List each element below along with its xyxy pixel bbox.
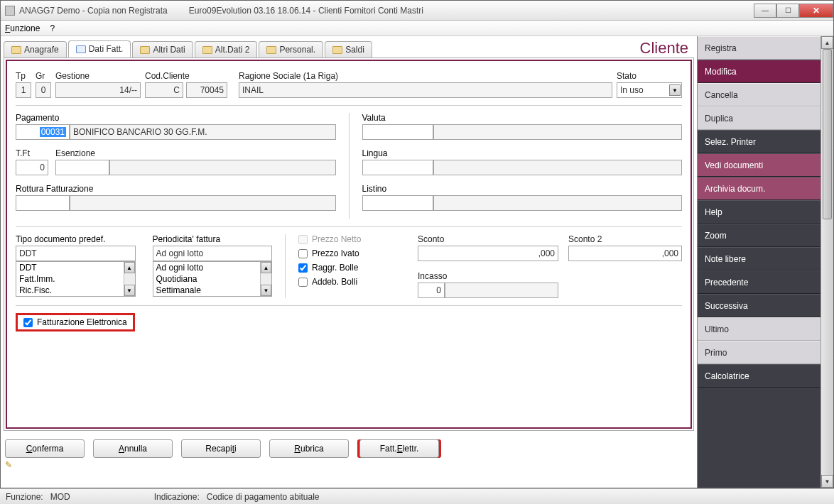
- side-selez-printer[interactable]: Selez. Printer: [698, 130, 833, 153]
- periodicita-selected[interactable]: [153, 246, 273, 261]
- lingua-desc-input[interactable]: [433, 160, 683, 175]
- annulla-button[interactable]: Annulla: [93, 439, 173, 458]
- rottura-desc-input[interactable]: [70, 195, 336, 211]
- gestione-input[interactable]: [55, 82, 141, 98]
- rubrica-button[interactable]: Rubrica: [269, 439, 349, 458]
- chevron-up-icon[interactable]: ▲: [261, 262, 271, 273]
- cod-prefix-input[interactable]: [145, 82, 183, 98]
- folder-icon: [11, 46, 21, 54]
- side-vedi-documenti[interactable]: Vedi documenti: [698, 153, 833, 177]
- list-item[interactable]: DDT: [16, 262, 124, 273]
- chevron-down-icon[interactable]: ▼: [261, 285, 271, 296]
- chevron-up-icon[interactable]: ▲: [124, 262, 135, 273]
- side-precedente[interactable]: Precedente: [698, 270, 833, 294]
- tab-alt-dati-2[interactable]: Alt.Dati 2: [195, 41, 258, 57]
- esenzione-code-input[interactable]: [55, 160, 109, 175]
- gr-input[interactable]: [36, 82, 51, 98]
- list-item[interactable]: Ric.Fisc.: [16, 285, 124, 296]
- listino-code-input[interactable]: [362, 195, 433, 211]
- list-item[interactable]: Settimanale: [153, 285, 261, 296]
- scrollbar[interactable]: ▲▼: [260, 262, 271, 296]
- tab-anagrafe[interactable]: Anagrafe: [4, 41, 67, 57]
- minimize-button[interactable]: —: [754, 4, 776, 18]
- cliente-heading: Cliente: [640, 39, 688, 57]
- addeb-bolli-check[interactable]: Addeb. Bolli: [298, 277, 405, 287]
- valuta-desc-input[interactable]: [433, 124, 683, 140]
- menu-help[interactable]: ?: [50, 23, 55, 33]
- rottura-code-input[interactable]: [16, 195, 70, 211]
- tipo-doc-selected[interactable]: [16, 246, 136, 261]
- scroll-thumb[interactable]: [823, 49, 832, 219]
- tft-label: T.Ft: [16, 148, 48, 158]
- tft-input[interactable]: [16, 160, 48, 175]
- tab-personal[interactable]: Personal.: [259, 41, 323, 57]
- incasso-desc-input[interactable]: [445, 283, 558, 298]
- pagamento-code-input[interactable]: 00031: [16, 124, 70, 140]
- pagamento-desc-input[interactable]: [70, 124, 336, 140]
- esenzione-label: Esenzione: [55, 148, 336, 158]
- tp-input[interactable]: [16, 82, 31, 98]
- periodicita-label: Periodicita' fattura: [153, 234, 221, 244]
- fatt-elettronica-check[interactable]: [23, 318, 33, 327]
- side-note-libere[interactable]: Note libere: [698, 247, 833, 270]
- maximize-button[interactable]: ☐: [776, 4, 799, 18]
- fatt-elettr-button[interactable]: Fatt.Elettr.: [359, 439, 439, 458]
- prezzo-ivato-check[interactable]: Prezzo Ivato: [298, 248, 405, 258]
- side-zoom[interactable]: Zoom: [698, 224, 833, 247]
- stato-label: Stato: [617, 71, 682, 81]
- side-registra[interactable]: Registra: [698, 36, 833, 60]
- tipo-doc-listbox[interactable]: DDT Fatt.Imm. Ric.Fisc. ▲▼: [16, 261, 136, 297]
- chevron-down-icon[interactable]: ▼: [669, 84, 681, 96]
- valuta-label: Valuta: [362, 113, 386, 123]
- menu-funzione[interactable]: Funzione: [5, 23, 40, 33]
- status-indicazione-label: Indicazione:: [154, 492, 200, 502]
- sconto-label: Sconto: [418, 234, 558, 244]
- periodicita-listbox[interactable]: Ad ogni lotto Quotidiana Settimanale ▲▼: [153, 261, 273, 297]
- recapiti-button[interactable]: Recapiti: [181, 439, 261, 458]
- list-item[interactable]: Ad ogni lotto: [153, 262, 261, 273]
- app-icon: [5, 6, 15, 16]
- chevron-down-icon[interactable]: ▼: [124, 285, 135, 296]
- sconto-input[interactable]: [418, 246, 558, 261]
- listino-desc-input[interactable]: [433, 195, 683, 211]
- side-ultimo[interactable]: Ultimo: [698, 317, 833, 341]
- side-modifica[interactable]: Modifica: [698, 60, 833, 83]
- list-item[interactable]: Quotidiana: [153, 273, 261, 285]
- side-scrollbar[interactable]: ▲ ▼: [821, 36, 833, 488]
- side-primo[interactable]: Primo: [698, 341, 833, 364]
- side-cancella[interactable]: Cancella: [698, 83, 833, 106]
- side-successiva[interactable]: Successiva: [698, 294, 833, 317]
- folder-icon: [332, 46, 342, 54]
- status-indicazione-val: Codice di pagamento abituale: [207, 492, 320, 502]
- list-item[interactable]: Fatt.Imm.: [16, 273, 124, 285]
- conferma-button[interactable]: Conferma: [5, 439, 85, 458]
- tab-altri-dati[interactable]: Altri Dati: [132, 41, 193, 57]
- side-calcolatrice[interactable]: Calcolatrice: [698, 364, 833, 388]
- bottom-toolbar: Conferma Annulla Recapiti Rubrica Fatt.E…: [4, 435, 694, 462]
- raggr-bolle-check[interactable]: Raggr. Bolle: [298, 263, 405, 273]
- ragione-input[interactable]: [239, 82, 612, 98]
- tab-saldi[interactable]: Saldi: [325, 41, 372, 57]
- valuta-code-input[interactable]: [362, 124, 433, 140]
- lingua-code-input[interactable]: [362, 160, 433, 175]
- scrollbar[interactable]: ▲▼: [124, 262, 135, 296]
- tipo-doc-label: Tipo documento predef.: [16, 234, 105, 244]
- side-help[interactable]: Help: [698, 200, 833, 224]
- chevron-up-icon[interactable]: ▲: [821, 36, 833, 49]
- cod-num-input[interactable]: [186, 82, 227, 98]
- chevron-down-icon[interactable]: ▼: [821, 475, 833, 488]
- listino-label: Listino: [362, 184, 387, 194]
- sconto2-label: Sconto 2: [568, 234, 682, 244]
- tab-dati-fatt[interactable]: Dati Fatt.: [68, 40, 131, 57]
- esenzione-desc-input[interactable]: [109, 160, 336, 175]
- side-duplica[interactable]: Duplica: [698, 106, 833, 130]
- rottura-label: Rottura Fatturazione: [16, 184, 93, 194]
- sconto2-input[interactable]: [568, 246, 682, 261]
- close-button[interactable]: ✕: [799, 4, 833, 18]
- incasso-label: Incasso: [418, 271, 558, 281]
- title-left: ANAGG7 Demo - Copia non Registrata: [19, 6, 168, 16]
- incasso-code-input[interactable]: [418, 283, 445, 298]
- gestione-label: Gestione: [55, 71, 141, 81]
- statusbar: Funzione:MOD Indicazione:Codice di pagam…: [0, 488, 834, 504]
- side-archivia-docum[interactable]: Archivia docum.: [698, 177, 833, 200]
